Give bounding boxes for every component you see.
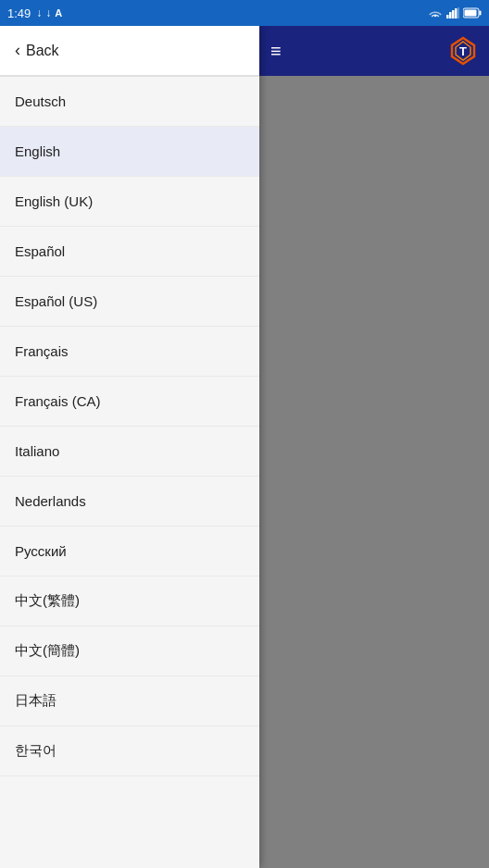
language-item-deutsch[interactable]: Deutsch (0, 77, 259, 127)
status-icons: ↓ ↓ A (36, 6, 62, 19)
language-label-japanese: 日本語 (15, 692, 56, 710)
app-icon: A (55, 7, 62, 19)
language-item-francais[interactable]: Français (0, 327, 259, 377)
app-logo-icon: T (448, 36, 478, 66)
language-label-francais: Français (15, 343, 69, 359)
app-logo: T (448, 36, 478, 66)
svg-rect-0 (446, 15, 449, 19)
right-panel (259, 76, 489, 868)
language-label-italiano: Italiano (15, 443, 59, 459)
language-label-nederlands: Nederlands (15, 493, 86, 509)
language-item-chinese-trad[interactable]: 中文(繁體) (0, 577, 259, 626)
language-item-russian[interactable]: Русский (0, 527, 259, 577)
language-label-english-uk: English (UK) (15, 193, 93, 209)
status-bar-left: 1:49 ↓ ↓ A (7, 6, 62, 20)
language-item-english-uk[interactable]: English (UK) (0, 177, 259, 227)
language-label-english: English (15, 143, 60, 159)
language-label-deutsch: Deutsch (15, 93, 66, 109)
language-label-francais-ca: Français (CA) (15, 393, 101, 409)
language-item-francais-ca[interactable]: Français (CA) (0, 377, 259, 427)
svg-rect-2 (452, 10, 455, 19)
language-label-russian: Русский (15, 543, 67, 559)
language-item-korean[interactable]: 한국어 (0, 726, 259, 776)
app-bar: ≡ T (259, 26, 489, 76)
language-label-espanol: Español (15, 243, 65, 259)
status-time: 1:49 (7, 6, 31, 20)
status-bar: 1:49 ↓ ↓ A (0, 0, 489, 26)
drawer-header: ‹ Back (0, 26, 259, 76)
language-item-english[interactable]: English (0, 127, 259, 177)
svg-rect-3 (455, 8, 458, 19)
svg-rect-6 (480, 11, 482, 16)
back-arrow-icon: ‹ (15, 41, 20, 60)
back-label: Back (26, 43, 59, 59)
language-label-chinese-trad: 中文(繁體) (15, 592, 80, 610)
language-label-espanol-us: Español (US) (15, 293, 97, 309)
language-label-chinese-simp: 中文(簡體) (15, 642, 80, 660)
language-item-chinese-simp[interactable]: 中文(簡體) (0, 626, 259, 676)
back-button[interactable]: ‹ Back (15, 41, 59, 60)
wifi-icon (428, 7, 443, 19)
language-item-italiano[interactable]: Italiano (0, 427, 259, 477)
svg-rect-1 (449, 12, 452, 19)
language-label-korean: 한국어 (15, 742, 56, 760)
svg-rect-4 (458, 7, 459, 19)
main-layout: ≡ T ‹ Back DeutschEnglishEnglish (UK)Esp… (0, 26, 489, 868)
language-item-nederlands[interactable]: Nederlands (0, 477, 259, 527)
download2-icon: ↓ (45, 6, 51, 19)
language-item-japanese[interactable]: 日本語 (0, 676, 259, 726)
language-item-espanol-us[interactable]: Español (US) (0, 277, 259, 327)
battery-icon (463, 7, 482, 19)
svg-rect-7 (465, 10, 477, 17)
hamburger-icon[interactable]: ≡ (270, 41, 282, 62)
svg-text:T: T (459, 44, 467, 58)
signal-icon (446, 7, 459, 19)
status-bar-right (428, 7, 482, 19)
language-item-espanol[interactable]: Español (0, 227, 259, 277)
drawer: ‹ Back DeutschEnglishEnglish (UK)Español… (0, 26, 259, 868)
download1-icon: ↓ (36, 6, 42, 19)
language-list[interactable]: DeutschEnglishEnglish (UK)EspañolEspañol… (0, 77, 259, 868)
